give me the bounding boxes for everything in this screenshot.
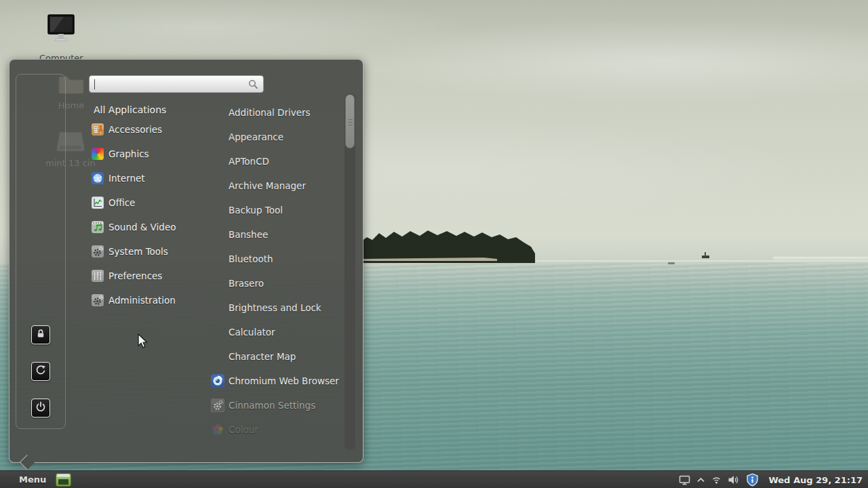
text-caret [94,79,95,89]
reef-line [773,257,868,259]
no-icon [211,252,224,266]
category-item-administration[interactable]: Administration [92,288,207,312]
app-label: Colour [229,424,258,435]
no-icon [211,350,224,363]
app-item-brightness-and-lock[interactable]: Brightness and Lock [211,296,345,320]
application-list: Additional DriversAppearanceAPTonCDArchi… [211,100,345,442]
boat [668,262,675,264]
app-item-banshee[interactable]: Banshee [211,222,345,247]
app-item-chromium-web-browser[interactable]: Chromium Web Browser [211,369,345,393]
sound-video-icon [92,221,104,233]
category-label: Administration [108,295,176,306]
accessories-icon [92,123,104,136]
computer-icon [43,14,77,49]
app-item-cinnamon-settings[interactable]: Cinnamon Settings [211,393,345,418]
app-list-scrollbar[interactable] [344,94,355,450]
app-label: Brightness and Lock [229,302,321,313]
app-item-bluetooth[interactable]: Bluetooth [211,247,345,271]
volume-icon[interactable] [728,474,739,485]
power-icon [35,401,46,415]
logout-button[interactable] [31,362,50,381]
category-list: AccessoriesGraphicsInternetOfficeSound &… [92,117,207,312]
no-icon [211,179,224,192]
app-label: Brasero [229,278,264,289]
no-icon [211,155,224,168]
shutdown-button[interactable] [31,399,50,418]
category-item-preferences[interactable]: Preferences [92,264,207,288]
chromium-icon [211,374,224,388]
category-label: Graphics [108,148,149,159]
category-item-accessories[interactable]: Accessories [92,117,207,142]
category-label: Sound & Video [108,222,176,232]
colour-icon [211,423,224,436]
category-label: Internet [108,173,145,184]
app-item-appearance[interactable]: Appearance [211,125,345,149]
terminal-icon[interactable] [56,473,71,487]
lock-button[interactable] [31,325,50,344]
app-label: APTonCD [229,156,269,167]
graphics-icon [92,148,104,160]
administration-icon [92,294,104,306]
menu-button[interactable]: Menu [19,474,46,485]
app-label: Calculator [229,327,275,338]
app-label: Banshee [229,229,268,240]
update-shield-icon[interactable] [745,473,760,487]
no-icon [211,325,224,339]
no-icon [211,228,224,241]
system-tray: Wed Aug 29, 21:17 [679,471,863,488]
category-item-internet[interactable]: Internet [92,166,207,190]
all-applications-header: All Applications [94,104,166,116]
category-item-office[interactable]: Office [92,190,207,215]
category-item-graphics[interactable]: Graphics [92,142,207,166]
app-item-backup-tool[interactable]: Backup Tool [211,198,345,222]
bottom-panel: Menu Wed Aug 29, 21:17 [0,470,868,488]
no-icon [211,130,224,144]
app-item-calculator[interactable]: Calculator [211,320,345,344]
desktop-icon-computer[interactable]: Computer [39,14,81,63]
no-icon [211,203,224,217]
app-label: Chromium Web Browser [229,375,339,386]
app-label: Additional Drivers [229,107,311,118]
category-label: Preferences [108,270,162,281]
app-item-brasero[interactable]: Brasero [211,271,345,296]
app-item-aptoncd[interactable]: APTonCD [211,149,345,174]
category-label: Accessories [108,124,162,135]
boat [701,252,711,259]
app-label: Appearance [229,131,283,142]
system-tools-icon [92,245,104,258]
app-item-colour[interactable]: Colour [211,418,345,442]
office-icon [92,197,104,209]
category-item-system-tools[interactable]: System Tools [92,239,207,264]
app-label: Cinnamon Settings [229,400,315,411]
lock-icon [35,328,46,342]
horizon-line [536,260,868,262]
category-label: Office [108,197,135,208]
app-label: Bluetooth [229,253,273,264]
search-icon [248,79,258,89]
cinnamon-menu-popup: Home mint 13 cin All Applications Access… [9,59,363,463]
category-label: System Tools [108,246,168,257]
logout-icon [35,365,46,378]
preferences-icon [92,270,104,282]
app-label: Backup Tool [229,205,283,216]
no-icon [211,106,224,119]
scrollbar-thumb[interactable] [345,94,355,148]
app-item-additional-drivers[interactable]: Additional Drivers [211,100,345,125]
chevron-up-icon[interactable] [696,476,705,484]
category-item-sound-video[interactable]: Sound & Video [92,215,207,239]
no-icon [211,301,224,314]
clock[interactable]: Wed Aug 29, 21:17 [768,475,863,485]
display-icon[interactable] [679,474,690,485]
search-input[interactable] [90,79,248,89]
cinnamon-settings-icon [211,399,224,412]
internet-icon [92,172,104,184]
island-silhouette [361,228,536,263]
app-item-archive-manager[interactable]: Archive Manager [211,174,345,198]
app-label: Archive Manager [229,180,306,191]
no-icon [211,277,224,290]
search-box[interactable] [89,75,264,93]
wifi-icon[interactable] [711,475,722,485]
scrollbar-grip [349,119,353,125]
app-item-character-map[interactable]: Character Map [211,344,345,369]
app-label: Character Map [229,351,296,362]
